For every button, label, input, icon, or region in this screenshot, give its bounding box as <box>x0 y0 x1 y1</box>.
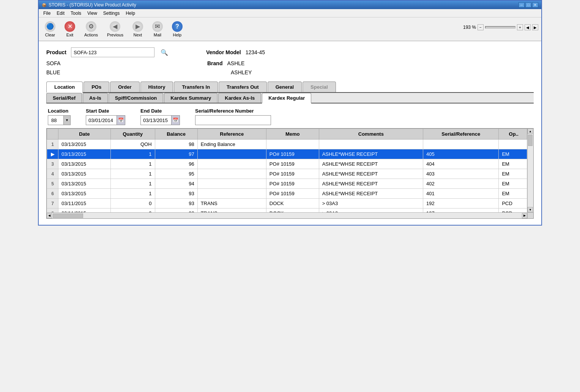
product-search-button[interactable]: 🔍 <box>159 49 170 56</box>
maximize-button[interactable]: □ <box>525 2 531 8</box>
menu-view[interactable]: View <box>84 10 100 17</box>
scroll-right-button[interactable]: ▶ <box>522 213 527 218</box>
row-date: 03/11/2015 <box>58 199 111 209</box>
row-balance: 94 <box>155 179 197 189</box>
scroll-down-button[interactable]: ▼ <box>528 207 533 212</box>
tabs-row-1: Location POs Order History Transfers In … <box>46 82 534 93</box>
tab-kardex-regular[interactable]: Kardex Regular <box>262 93 311 103</box>
table-row[interactable]: ▶03/13/2015197PO# 10159ASHLE*WHSE RECEIP… <box>47 149 527 159</box>
zoom-next-button[interactable]: ▶ <box>532 24 538 30</box>
col-header-comments: Comments <box>319 129 423 140</box>
tab-kardex-as-is[interactable]: Kardex As-Is <box>218 93 261 103</box>
menu-file[interactable]: File <box>40 10 54 17</box>
tab-pos[interactable]: POs <box>84 82 109 92</box>
product-row: Product 🔍 Vendor Model 1234-45 <box>46 47 534 57</box>
toolbar: 🔵 Clear ✕ Exit ⚙ Actions ◀ Previous ▶ Ne… <box>39 17 541 41</box>
end-date-filter-group: End Date 03/13/2015 📅 <box>140 108 180 125</box>
tab-kardex-summary[interactable]: Kardex Summary <box>164 93 218 103</box>
exit-button[interactable]: ✕ Exit <box>61 20 78 39</box>
scroll-left-button[interactable]: ◀ <box>47 213 52 218</box>
table-row[interactable]: 703/11/2015093TRANSDOCK> 03A3192PCD <box>47 199 527 209</box>
row-memo: PO# 10159 <box>266 189 319 199</box>
tab-special[interactable]: Special <box>303 82 336 92</box>
clear-label: Clear <box>45 33 55 37</box>
table-row[interactable]: 603/13/2015193PO# 10159ASHLE*WHSE RECEIP… <box>47 189 527 199</box>
zoom-in-button[interactable]: + <box>517 24 523 30</box>
row-quantity: 1 <box>110 159 155 169</box>
row-op <box>499 140 527 149</box>
end-date-calendar-button[interactable]: 📅 <box>171 116 180 125</box>
scroll-thumb-v[interactable] <box>528 135 533 146</box>
scroll-up-button[interactable]: ▲ <box>528 129 533 134</box>
vertical-scrollbar[interactable]: ▲ ▼ <box>527 129 533 212</box>
row-balance: 96 <box>155 159 197 169</box>
row-comments: ASHLE*WHSE RECEIPT <box>319 189 423 199</box>
start-date-input[interactable]: 03/01/2014 📅 <box>86 115 125 125</box>
table-row[interactable]: 103/13/2015QOH98Ending Balance <box>47 140 527 149</box>
end-date-label: End Date <box>140 108 180 114</box>
row-reference: Ending Balance <box>197 140 266 149</box>
brand-label: Brand <box>207 60 222 66</box>
row-comments <box>319 140 423 149</box>
serial-input[interactable] <box>195 115 271 125</box>
tab-history[interactable]: History <box>140 82 173 92</box>
menu-edit[interactable]: Edit <box>54 10 68 17</box>
tabs-row-2: Serial/Ref As-Is Spiff/Commission Kardex… <box>46 93 534 103</box>
next-button[interactable]: ▶ Next <box>129 20 146 39</box>
scroll-track-h <box>52 213 522 218</box>
col-header-memo: Memo <box>266 129 319 140</box>
tab-location[interactable]: Location <box>46 82 83 93</box>
vendor-model-group: Vendor Model 1234-45 <box>206 49 265 55</box>
col-header-reference: Reference <box>197 129 266 140</box>
mail-button[interactable]: ✉ Mail <box>149 20 166 39</box>
row-serial: 192 <box>423 199 499 209</box>
menu-help[interactable]: Help <box>123 10 138 17</box>
zoom-slider[interactable] <box>485 26 515 28</box>
minimize-button[interactable]: ─ <box>519 2 525 8</box>
serial-filter-label: Serial/Reference Number <box>195 108 271 114</box>
horizontal-scrollbar[interactable]: ◀ ▶ <box>47 212 527 218</box>
tab-transfers-out[interactable]: Transfers Out <box>219 82 267 92</box>
zoom-level: 193 % <box>463 25 476 30</box>
menu-tools[interactable]: Tools <box>68 10 84 17</box>
row-op: PCD <box>499 199 527 209</box>
location-dropdown-arrow[interactable]: ▼ <box>63 116 70 125</box>
table-row[interactable]: 303/13/2015196PO# 10159ASHLE*WHSE RECEIP… <box>47 159 527 169</box>
tab-serial-ref[interactable]: Serial/Ref <box>46 93 82 103</box>
scroll-corner <box>527 212 533 218</box>
location-select[interactable]: 88 ▼ <box>48 115 71 125</box>
previous-button[interactable]: ◀ Previous <box>104 20 126 39</box>
actions-button[interactable]: ⚙ Actions <box>81 20 101 39</box>
product-input[interactable] <box>71 47 154 57</box>
row-reference: TRANS <box>197 199 266 209</box>
row-number: 4 <box>47 169 58 179</box>
row-reference <box>197 189 266 199</box>
row-number: 3 <box>47 159 58 169</box>
tab-spiff-commission[interactable]: Spiff/Commission <box>109 93 164 103</box>
help-button[interactable]: ? Help <box>169 20 186 39</box>
menu-settings[interactable]: Settings <box>100 10 123 17</box>
start-date-calendar-button[interactable]: 📅 <box>117 116 125 125</box>
zoom-out-button[interactable]: − <box>478 24 484 30</box>
tab-general[interactable]: General <box>268 82 302 92</box>
table-row[interactable]: 503/13/2015194PO# 10159ASHLE*WHSE RECEIP… <box>47 179 527 189</box>
tab-order[interactable]: Order <box>110 82 139 92</box>
row-date: 03/13/2015 <box>58 169 111 179</box>
close-button[interactable]: ✕ <box>532 2 538 8</box>
row-comments: ASHLE*WHSE RECEIPT <box>319 149 423 159</box>
location-filter-group: Location 88 ▼ <box>48 108 71 125</box>
row-balance: 98 <box>155 140 197 149</box>
tab-as-is[interactable]: As-Is <box>83 93 108 103</box>
col-header-balance: Balance <box>155 129 197 140</box>
tab-transfers-in[interactable]: Transfers In <box>174 82 218 92</box>
clear-button[interactable]: 🔵 Clear <box>42 20 58 39</box>
product-field-group: Product 🔍 <box>46 47 170 57</box>
table-row[interactable]: 403/13/2015195PO# 10159ASHLE*WHSE RECEIP… <box>47 169 527 179</box>
end-date-input[interactable]: 03/13/2015 📅 <box>140 115 180 125</box>
row-quantity: 1 <box>110 149 155 159</box>
scroll-thumb-h[interactable] <box>53 213 83 218</box>
row-reference <box>197 149 266 159</box>
zoom-prev-button[interactable]: ◀ <box>525 24 531 30</box>
col-header-op: Op.. <box>499 129 527 140</box>
start-date-value: 03/01/2014 <box>86 116 117 124</box>
